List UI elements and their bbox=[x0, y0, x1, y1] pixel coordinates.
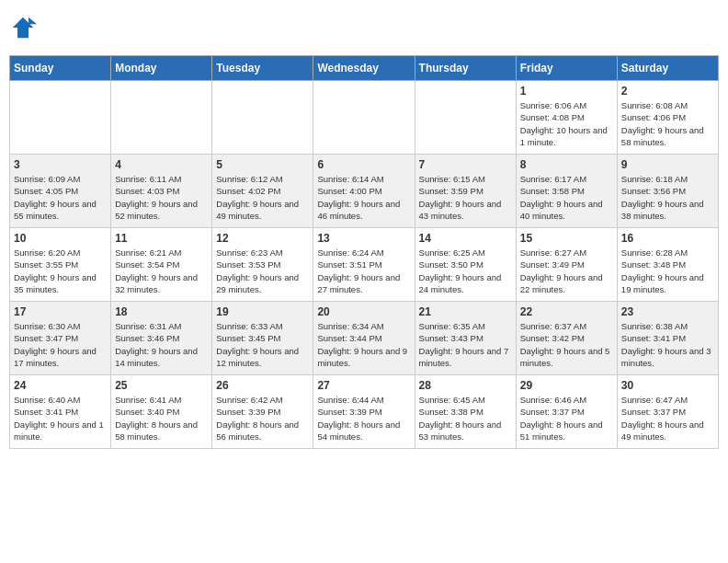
cell-info: Sunrise: 6:15 AM Sunset: 3:59 PM Dayligh… bbox=[419, 173, 512, 222]
day-number: 2 bbox=[621, 85, 714, 98]
day-number: 21 bbox=[419, 305, 512, 318]
day-number: 11 bbox=[115, 232, 208, 245]
calendar-cell bbox=[10, 81, 111, 155]
cell-info: Sunrise: 6:08 AM Sunset: 4:06 PM Dayligh… bbox=[621, 99, 714, 148]
cell-info: Sunrise: 6:11 AM Sunset: 4:03 PM Dayligh… bbox=[115, 173, 208, 222]
cell-info: Sunrise: 6:12 AM Sunset: 4:02 PM Dayligh… bbox=[216, 173, 309, 222]
weekday-header: Tuesday bbox=[212, 56, 313, 81]
day-number: 24 bbox=[14, 379, 107, 392]
cell-info: Sunrise: 6:27 AM Sunset: 3:49 PM Dayligh… bbox=[520, 247, 613, 295]
logo-icon bbox=[9, 14, 37, 41]
day-number: 18 bbox=[115, 305, 208, 318]
cell-info: Sunrise: 6:30 AM Sunset: 3:47 PM Dayligh… bbox=[14, 320, 107, 369]
calendar-cell: 20Sunrise: 6:34 AM Sunset: 3:44 PM Dayli… bbox=[313, 302, 415, 375]
weekday-header-row: SundayMondayTuesdayWednesdayThursdayFrid… bbox=[10, 56, 719, 81]
calendar-cell: 15Sunrise: 6:27 AM Sunset: 3:49 PM Dayli… bbox=[516, 228, 617, 302]
calendar-week-row: 1Sunrise: 6:06 AM Sunset: 4:08 PM Daylig… bbox=[10, 81, 719, 155]
calendar-cell: 22Sunrise: 6:37 AM Sunset: 3:42 PM Dayli… bbox=[516, 302, 617, 375]
day-number: 20 bbox=[317, 305, 410, 318]
calendar-cell: 11Sunrise: 6:21 AM Sunset: 3:54 PM Dayli… bbox=[111, 228, 212, 302]
calendar-cell: 12Sunrise: 6:23 AM Sunset: 3:53 PM Dayli… bbox=[212, 228, 313, 302]
cell-info: Sunrise: 6:34 AM Sunset: 3:44 PM Dayligh… bbox=[317, 320, 410, 369]
cell-info: Sunrise: 6:09 AM Sunset: 4:05 PM Dayligh… bbox=[14, 173, 107, 222]
calendar-cell: 30Sunrise: 6:47 AM Sunset: 3:37 PM Dayli… bbox=[617, 375, 718, 449]
calendar-cell bbox=[212, 81, 313, 155]
cell-info: Sunrise: 6:18 AM Sunset: 3:56 PM Dayligh… bbox=[621, 173, 714, 222]
cell-info: Sunrise: 6:38 AM Sunset: 3:41 PM Dayligh… bbox=[621, 320, 714, 369]
calendar-cell: 29Sunrise: 6:46 AM Sunset: 3:37 PM Dayli… bbox=[516, 375, 617, 449]
calendar-cell: 14Sunrise: 6:25 AM Sunset: 3:50 PM Dayli… bbox=[415, 228, 516, 302]
day-number: 12 bbox=[216, 232, 309, 245]
cell-info: Sunrise: 6:35 AM Sunset: 3:43 PM Dayligh… bbox=[419, 320, 512, 369]
cell-info: Sunrise: 6:40 AM Sunset: 3:41 PM Dayligh… bbox=[14, 394, 107, 442]
calendar-cell: 7Sunrise: 6:15 AM Sunset: 3:59 PM Daylig… bbox=[415, 155, 516, 228]
calendar-cell: 26Sunrise: 6:42 AM Sunset: 3:39 PM Dayli… bbox=[212, 375, 313, 449]
day-number: 6 bbox=[317, 158, 410, 171]
weekday-header: Monday bbox=[111, 56, 212, 81]
calendar-cell: 25Sunrise: 6:41 AM Sunset: 3:40 PM Dayli… bbox=[111, 375, 212, 449]
cell-info: Sunrise: 6:24 AM Sunset: 3:51 PM Dayligh… bbox=[317, 247, 410, 295]
day-number: 7 bbox=[419, 158, 512, 171]
day-number: 23 bbox=[621, 305, 714, 318]
calendar-table: SundayMondayTuesdayWednesdayThursdayFrid… bbox=[9, 55, 719, 449]
cell-info: Sunrise: 6:25 AM Sunset: 3:50 PM Dayligh… bbox=[419, 247, 512, 295]
header bbox=[9, 9, 719, 46]
day-number: 30 bbox=[621, 379, 714, 392]
cell-info: Sunrise: 6:42 AM Sunset: 3:39 PM Dayligh… bbox=[216, 394, 309, 442]
day-number: 8 bbox=[520, 158, 613, 171]
calendar-cell: 8Sunrise: 6:17 AM Sunset: 3:58 PM Daylig… bbox=[516, 155, 617, 228]
day-number: 3 bbox=[14, 158, 107, 171]
day-number: 4 bbox=[115, 158, 208, 171]
cell-info: Sunrise: 6:37 AM Sunset: 3:42 PM Dayligh… bbox=[520, 320, 613, 369]
calendar-cell: 10Sunrise: 6:20 AM Sunset: 3:55 PM Dayli… bbox=[10, 228, 111, 302]
calendar-cell: 23Sunrise: 6:38 AM Sunset: 3:41 PM Dayli… bbox=[617, 302, 718, 375]
calendar-week-row: 10Sunrise: 6:20 AM Sunset: 3:55 PM Dayli… bbox=[10, 228, 719, 302]
cell-info: Sunrise: 6:46 AM Sunset: 3:37 PM Dayligh… bbox=[520, 394, 613, 442]
day-number: 10 bbox=[14, 232, 107, 245]
calendar-cell: 28Sunrise: 6:45 AM Sunset: 3:38 PM Dayli… bbox=[415, 375, 516, 449]
day-number: 13 bbox=[317, 232, 410, 245]
calendar-cell: 13Sunrise: 6:24 AM Sunset: 3:51 PM Dayli… bbox=[313, 228, 415, 302]
calendar-cell: 16Sunrise: 6:28 AM Sunset: 3:48 PM Dayli… bbox=[617, 228, 718, 302]
calendar-cell: 2Sunrise: 6:08 AM Sunset: 4:06 PM Daylig… bbox=[617, 81, 718, 155]
day-number: 5 bbox=[216, 158, 309, 171]
calendar-cell: 17Sunrise: 6:30 AM Sunset: 3:47 PM Dayli… bbox=[10, 302, 111, 375]
day-number: 15 bbox=[520, 232, 613, 245]
calendar-cell: 24Sunrise: 6:40 AM Sunset: 3:41 PM Dayli… bbox=[10, 375, 111, 449]
calendar-cell: 1Sunrise: 6:06 AM Sunset: 4:08 PM Daylig… bbox=[516, 81, 617, 155]
calendar-week-row: 3Sunrise: 6:09 AM Sunset: 4:05 PM Daylig… bbox=[10, 155, 719, 228]
cell-info: Sunrise: 6:47 AM Sunset: 3:37 PM Dayligh… bbox=[621, 394, 714, 442]
cell-info: Sunrise: 6:14 AM Sunset: 4:00 PM Dayligh… bbox=[317, 173, 410, 222]
calendar-cell: 21Sunrise: 6:35 AM Sunset: 3:43 PM Dayli… bbox=[415, 302, 516, 375]
cell-info: Sunrise: 6:21 AM Sunset: 3:54 PM Dayligh… bbox=[115, 247, 208, 295]
cell-info: Sunrise: 6:44 AM Sunset: 3:39 PM Dayligh… bbox=[317, 394, 410, 442]
day-number: 27 bbox=[317, 379, 410, 392]
cell-info: Sunrise: 6:31 AM Sunset: 3:46 PM Dayligh… bbox=[115, 320, 208, 369]
day-number: 29 bbox=[520, 379, 613, 392]
calendar-cell bbox=[415, 81, 516, 155]
calendar-cell: 6Sunrise: 6:14 AM Sunset: 4:00 PM Daylig… bbox=[313, 155, 415, 228]
day-number: 17 bbox=[14, 305, 107, 318]
day-number: 16 bbox=[621, 232, 714, 245]
day-number: 26 bbox=[216, 379, 309, 392]
day-number: 9 bbox=[621, 158, 714, 171]
logo bbox=[9, 14, 40, 41]
weekday-header: Friday bbox=[516, 56, 617, 81]
cell-info: Sunrise: 6:23 AM Sunset: 3:53 PM Dayligh… bbox=[216, 247, 309, 295]
calendar-week-row: 24Sunrise: 6:40 AM Sunset: 3:41 PM Dayli… bbox=[10, 375, 719, 449]
svg-marker-1 bbox=[28, 17, 37, 25]
weekday-header: Thursday bbox=[415, 56, 516, 81]
cell-info: Sunrise: 6:06 AM Sunset: 4:08 PM Dayligh… bbox=[520, 99, 613, 148]
cell-info: Sunrise: 6:20 AM Sunset: 3:55 PM Dayligh… bbox=[14, 247, 107, 295]
cell-info: Sunrise: 6:41 AM Sunset: 3:40 PM Dayligh… bbox=[115, 394, 208, 442]
calendar-cell: 9Sunrise: 6:18 AM Sunset: 3:56 PM Daylig… bbox=[617, 155, 718, 228]
calendar-cell: 5Sunrise: 6:12 AM Sunset: 4:02 PM Daylig… bbox=[212, 155, 313, 228]
cell-info: Sunrise: 6:28 AM Sunset: 3:48 PM Dayligh… bbox=[621, 247, 714, 295]
day-number: 19 bbox=[216, 305, 309, 318]
calendar-cell: 18Sunrise: 6:31 AM Sunset: 3:46 PM Dayli… bbox=[111, 302, 212, 375]
calendar-cell: 4Sunrise: 6:11 AM Sunset: 4:03 PM Daylig… bbox=[111, 155, 212, 228]
calendar-cell: 27Sunrise: 6:44 AM Sunset: 3:39 PM Dayli… bbox=[313, 375, 415, 449]
calendar-cell: 19Sunrise: 6:33 AM Sunset: 3:45 PM Dayli… bbox=[212, 302, 313, 375]
weekday-header: Sunday bbox=[10, 56, 111, 81]
day-number: 28 bbox=[419, 379, 512, 392]
